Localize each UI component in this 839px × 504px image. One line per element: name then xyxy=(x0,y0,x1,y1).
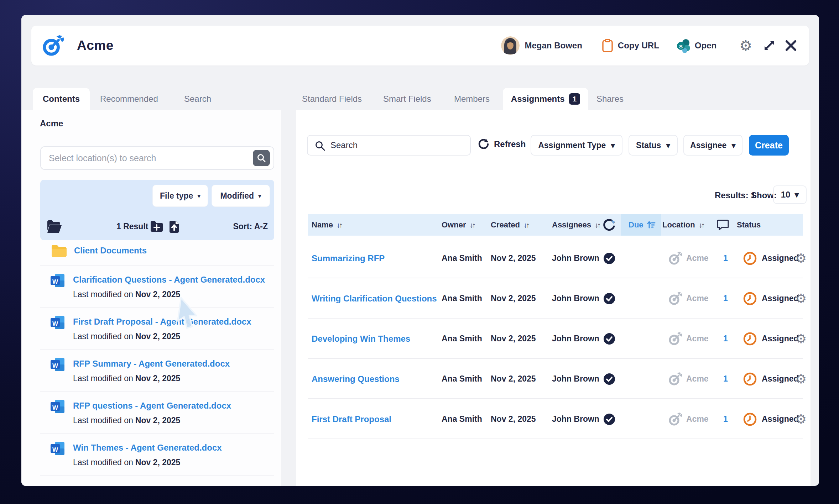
assignment-row: Summarizing RFP Ana Smith Nov 2, 2025 Jo… xyxy=(308,238,803,278)
tab-standard-fields[interactable]: Standard Fields xyxy=(302,88,362,110)
location-target-icon xyxy=(668,399,682,439)
tab-smart-fields[interactable]: Smart Fields xyxy=(383,88,431,110)
assignment-name-link[interactable]: Summarizing RFP xyxy=(312,253,385,263)
file-name-link[interactable]: RFP Summary - Agent Generated.docx xyxy=(73,359,230,369)
status-cell: Assigned xyxy=(762,238,799,278)
tab-members[interactable]: Members xyxy=(454,88,490,110)
location-target-icon xyxy=(668,278,682,319)
row-actions-gear-icon[interactable]: ⚙ xyxy=(795,238,807,278)
assignment-type-dropdown[interactable]: Assignment Type ▾ xyxy=(531,135,622,156)
assignments-count-badge: 1 xyxy=(569,93,580,105)
file-modified: Last modified onNov 2, 2025 xyxy=(73,458,180,467)
chevron-down-icon: ▾ xyxy=(197,192,200,200)
comments-count[interactable]: 1 xyxy=(723,399,728,439)
file-name-link[interactable]: Clarification Questions - Agent Generate… xyxy=(73,275,265,285)
file-item[interactable]: W RFP questions - Agent Generated.docx L… xyxy=(40,392,274,434)
file-name-link[interactable]: First Draft Proposal - Agent Generated.d… xyxy=(73,317,251,327)
assignee-complete-check-icon xyxy=(603,278,616,319)
search-icon xyxy=(315,141,325,153)
status-filter-dropdown[interactable]: Status ▾ xyxy=(629,135,678,156)
row-actions-gear-icon[interactable]: ⚙ xyxy=(795,399,807,439)
file-modified: Last modified onNov 2, 2025 xyxy=(73,332,180,341)
open-label: Open xyxy=(695,41,716,51)
file-name-link[interactable]: RFP questions - Agent Generated.docx xyxy=(73,401,231,411)
column-created[interactable]: Created ↓↑ xyxy=(491,214,528,236)
clipboard-icon xyxy=(602,39,613,52)
modified-dropdown[interactable]: Modified ▾ xyxy=(212,185,270,207)
comments-column-icon[interactable] xyxy=(717,214,729,236)
assignee-filter-dropdown[interactable]: Assignee ▾ xyxy=(683,135,742,156)
file-item[interactable]: W RFP Summary - Agent Generated.docx Las… xyxy=(40,350,274,392)
status-cell: Assigned xyxy=(762,399,799,439)
file-name-link[interactable]: Win Themes - Agent Generated.docx xyxy=(73,443,222,453)
new-folder-button[interactable] xyxy=(150,220,163,234)
comments-count[interactable]: 1 xyxy=(723,278,728,319)
assignment-name-cell: Answering Questions xyxy=(312,359,400,399)
file-item[interactable]: W First Draft Proposal - Agent Generated… xyxy=(40,308,274,350)
column-name[interactable]: Name ↓↑ xyxy=(312,214,342,236)
comments-count[interactable]: 1 xyxy=(723,238,728,278)
location-cell[interactable]: Acme xyxy=(686,238,709,278)
row-actions-gear-icon[interactable]: ⚙ xyxy=(795,278,807,319)
assignment-name-cell: Developing Win Themes xyxy=(312,319,410,359)
user-menu[interactable]: Megan Bowen xyxy=(501,36,582,55)
expand-icon[interactable] xyxy=(763,39,776,52)
tab-assignments[interactable]: Assignments 1 xyxy=(503,88,588,110)
row-actions-gear-icon[interactable]: ⚙ xyxy=(795,319,807,359)
location-sort-icon[interactable]: ↓↑ xyxy=(699,214,704,236)
column-location[interactable]: Location xyxy=(662,214,695,236)
svg-text:W: W xyxy=(52,446,58,453)
open-folder-icon[interactable] xyxy=(47,220,62,235)
file-item[interactable]: W Win Themes - Agent Generated.docx Last… xyxy=(40,434,274,476)
owner-cell: Ana Smith xyxy=(442,399,482,439)
column-owner[interactable]: Owner ↓↑ xyxy=(442,214,474,236)
location-search-box xyxy=(40,146,274,170)
copy-url-button[interactable]: Copy URL xyxy=(602,39,659,52)
location-cell[interactable]: Acme xyxy=(686,319,709,359)
close-icon[interactable] xyxy=(785,40,797,52)
assignment-name-link[interactable]: First Draft Proposal xyxy=(312,414,391,424)
svg-text:W: W xyxy=(52,278,58,285)
word-document-icon: W xyxy=(50,399,65,415)
assignment-name-link[interactable]: Writing Clarification Questions xyxy=(312,294,437,304)
assignment-name-link[interactable]: Answering Questions xyxy=(312,374,400,384)
sort-order-label[interactable]: Sort: A-Z xyxy=(233,222,268,231)
assignee-cell: John Brown xyxy=(552,238,599,278)
comments-count[interactable]: 1 xyxy=(723,359,728,399)
assignments-panel: Refresh Assignment Type ▾ Status ▾ Assig… xyxy=(296,110,811,486)
location-cell[interactable]: Acme xyxy=(686,399,709,439)
folder-name-link[interactable]: Client Documents xyxy=(74,246,147,256)
header-bar: Acme Megan Bowen C xyxy=(31,26,809,65)
tab-shares[interactable]: Shares xyxy=(596,88,624,110)
comments-count[interactable]: 1 xyxy=(723,319,728,359)
assignee-cell: John Brown xyxy=(552,319,599,359)
chevron-down-icon: ▾ xyxy=(611,141,615,150)
assignee-cell: John Brown xyxy=(552,278,599,319)
upload-file-button[interactable] xyxy=(169,220,179,235)
open-in-sharepoint-button[interactable]: S Open xyxy=(676,38,716,53)
create-button[interactable]: Create xyxy=(749,135,789,156)
column-status[interactable]: Status xyxy=(737,214,761,236)
settings-gear-icon[interactable]: ⚙ xyxy=(739,38,752,53)
recurring-column-icon[interactable] xyxy=(603,214,616,236)
folder-item[interactable]: Client Documents xyxy=(40,236,274,266)
row-actions-gear-icon[interactable]: ⚙ xyxy=(795,359,807,399)
tab-recommended[interactable]: Recommended xyxy=(100,88,158,110)
location-search-input[interactable] xyxy=(49,147,248,169)
tab-contents[interactable]: Contents xyxy=(33,88,90,110)
owner-cell: Ana Smith xyxy=(442,278,482,319)
column-due[interactable]: Due xyxy=(629,214,656,236)
page-size-dropdown[interactable]: 10 ▾ xyxy=(773,185,807,204)
page-title: Acme xyxy=(77,38,114,53)
assignments-search-input[interactable] xyxy=(330,136,466,155)
file-modified: Last modified onNov 2, 2025 xyxy=(73,290,180,299)
tab-search[interactable]: Search xyxy=(184,88,211,110)
file-type-dropdown[interactable]: File type ▾ xyxy=(152,185,208,207)
location-cell[interactable]: Acme xyxy=(686,359,709,399)
location-cell[interactable]: Acme xyxy=(686,278,709,319)
file-item[interactable]: W Clarification Questions - Agent Genera… xyxy=(40,266,274,308)
assignment-name-link[interactable]: Developing Win Themes xyxy=(312,334,410,344)
column-assignees[interactable]: Assignees ↓↑ xyxy=(552,214,600,236)
location-search-button[interactable] xyxy=(253,150,270,166)
refresh-button[interactable]: Refresh xyxy=(478,138,526,150)
